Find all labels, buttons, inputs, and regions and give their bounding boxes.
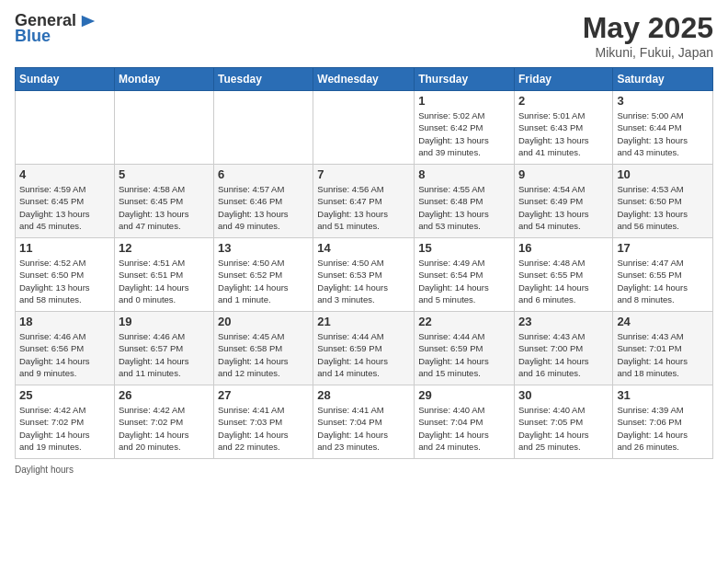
day-info: Sunrise: 4:44 AM Sunset: 6:59 PM Dayligh… bbox=[317, 330, 410, 379]
calendar-cell bbox=[313, 91, 415, 165]
calendar-cell: 18Sunrise: 4:46 AM Sunset: 6:56 PM Dayli… bbox=[16, 312, 115, 385]
calendar-cell: 11Sunrise: 4:52 AM Sunset: 6:50 PM Dayli… bbox=[16, 238, 115, 312]
footer: Daylight hours bbox=[15, 465, 713, 475]
day-info: Sunrise: 4:42 AM Sunset: 7:02 PM Dayligh… bbox=[19, 404, 110, 453]
calendar-cell: 15Sunrise: 4:49 AM Sunset: 6:54 PM Dayli… bbox=[415, 238, 515, 312]
day-number: 18 bbox=[19, 315, 110, 328]
calendar-cell: 31Sunrise: 4:39 AM Sunset: 7:06 PM Dayli… bbox=[613, 385, 713, 459]
calendar-cell: 23Sunrise: 4:43 AM Sunset: 7:00 PM Dayli… bbox=[514, 312, 612, 385]
day-info: Sunrise: 5:02 AM Sunset: 6:42 PM Dayligh… bbox=[418, 109, 510, 158]
daylight-label: Daylight hours bbox=[15, 465, 74, 475]
day-header-saturday: Saturday bbox=[613, 68, 713, 91]
logo-blue-text: Blue bbox=[15, 27, 51, 46]
day-number: 27 bbox=[218, 388, 309, 402]
day-info: Sunrise: 5:01 AM Sunset: 6:43 PM Dayligh… bbox=[518, 109, 609, 158]
calendar-cell: 6Sunrise: 4:57 AM Sunset: 6:46 PM Daylig… bbox=[214, 165, 313, 238]
day-number: 16 bbox=[518, 241, 609, 255]
day-number: 30 bbox=[518, 388, 609, 402]
calendar-cell: 20Sunrise: 4:45 AM Sunset: 6:58 PM Dayli… bbox=[214, 312, 313, 385]
day-info: Sunrise: 4:49 AM Sunset: 6:54 PM Dayligh… bbox=[418, 257, 510, 305]
day-number: 15 bbox=[418, 241, 510, 255]
day-info: Sunrise: 4:40 AM Sunset: 7:05 PM Dayligh… bbox=[518, 404, 609, 453]
day-header-row: SundayMondayTuesdayWednesdayThursdayFrid… bbox=[16, 68, 713, 91]
calendar-cell: 26Sunrise: 4:42 AM Sunset: 7:02 PM Dayli… bbox=[114, 385, 213, 459]
day-number: 12 bbox=[119, 241, 210, 255]
day-number: 6 bbox=[218, 167, 309, 181]
calendar-cell: 25Sunrise: 4:42 AM Sunset: 7:02 PM Dayli… bbox=[16, 385, 115, 459]
calendar-cell: 9Sunrise: 4:54 AM Sunset: 6:49 PM Daylig… bbox=[514, 165, 612, 238]
week-row-3: 11Sunrise: 4:52 AM Sunset: 6:50 PM Dayli… bbox=[16, 238, 713, 312]
page: General Blue May 2025 Mikuni, Fukui, Jap… bbox=[0, 0, 728, 563]
day-number: 14 bbox=[317, 241, 410, 255]
calendar-cell: 1Sunrise: 5:02 AM Sunset: 6:42 PM Daylig… bbox=[415, 91, 515, 165]
day-number: 28 bbox=[317, 388, 410, 402]
calendar-cell: 14Sunrise: 4:50 AM Sunset: 6:53 PM Dayli… bbox=[313, 238, 415, 312]
day-number: 25 bbox=[19, 388, 110, 402]
day-header-wednesday: Wednesday bbox=[313, 68, 415, 91]
day-number: 19 bbox=[119, 315, 210, 328]
calendar-cell: 5Sunrise: 4:58 AM Sunset: 6:45 PM Daylig… bbox=[114, 165, 213, 238]
calendar-cell: 24Sunrise: 4:43 AM Sunset: 7:01 PM Dayli… bbox=[613, 312, 713, 385]
calendar-cell: 13Sunrise: 4:50 AM Sunset: 6:52 PM Dayli… bbox=[214, 238, 313, 312]
day-header-monday: Monday bbox=[114, 68, 213, 91]
day-number: 24 bbox=[617, 315, 709, 328]
day-info: Sunrise: 4:50 AM Sunset: 6:53 PM Dayligh… bbox=[317, 257, 410, 305]
day-info: Sunrise: 4:46 AM Sunset: 6:57 PM Dayligh… bbox=[119, 330, 210, 379]
calendar-table: SundayMondayTuesdayWednesdayThursdayFrid… bbox=[15, 67, 713, 459]
day-info: Sunrise: 4:55 AM Sunset: 6:48 PM Dayligh… bbox=[418, 183, 510, 232]
day-info: Sunrise: 4:46 AM Sunset: 6:56 PM Dayligh… bbox=[19, 330, 110, 379]
week-row-4: 18Sunrise: 4:46 AM Sunset: 6:56 PM Dayli… bbox=[16, 312, 713, 385]
day-number: 2 bbox=[518, 94, 609, 108]
calendar-cell: 27Sunrise: 4:41 AM Sunset: 7:03 PM Dayli… bbox=[214, 385, 313, 459]
title-block: May 2025 Mikuni, Fukui, Japan bbox=[583, 11, 713, 60]
calendar-cell: 4Sunrise: 4:59 AM Sunset: 6:45 PM Daylig… bbox=[16, 165, 115, 238]
day-info: Sunrise: 4:41 AM Sunset: 7:04 PM Dayligh… bbox=[317, 404, 410, 453]
day-info: Sunrise: 4:40 AM Sunset: 7:04 PM Dayligh… bbox=[418, 404, 510, 453]
day-info: Sunrise: 4:58 AM Sunset: 6:45 PM Dayligh… bbox=[119, 183, 210, 232]
calendar-cell: 21Sunrise: 4:44 AM Sunset: 6:59 PM Dayli… bbox=[313, 312, 415, 385]
day-number: 26 bbox=[119, 388, 210, 402]
day-number: 20 bbox=[218, 315, 309, 328]
day-number: 8 bbox=[418, 167, 510, 181]
calendar-cell: 17Sunrise: 4:47 AM Sunset: 6:55 PM Dayli… bbox=[613, 238, 713, 312]
day-info: Sunrise: 4:43 AM Sunset: 7:01 PM Dayligh… bbox=[617, 330, 709, 379]
calendar-cell: 7Sunrise: 4:56 AM Sunset: 6:47 PM Daylig… bbox=[313, 165, 415, 238]
calendar-cell: 16Sunrise: 4:48 AM Sunset: 6:55 PM Dayli… bbox=[514, 238, 612, 312]
header: General Blue May 2025 Mikuni, Fukui, Jap… bbox=[15, 11, 713, 60]
day-info: Sunrise: 4:51 AM Sunset: 6:51 PM Dayligh… bbox=[119, 257, 210, 305]
week-row-5: 25Sunrise: 4:42 AM Sunset: 7:02 PM Dayli… bbox=[16, 385, 713, 459]
calendar-cell: 22Sunrise: 4:44 AM Sunset: 6:59 PM Dayli… bbox=[415, 312, 515, 385]
day-info: Sunrise: 4:43 AM Sunset: 7:00 PM Dayligh… bbox=[518, 330, 609, 379]
day-info: Sunrise: 4:39 AM Sunset: 7:06 PM Dayligh… bbox=[617, 404, 709, 453]
day-info: Sunrise: 4:41 AM Sunset: 7:03 PM Dayligh… bbox=[218, 404, 309, 453]
day-number: 22 bbox=[418, 315, 510, 328]
location-subtitle: Mikuni, Fukui, Japan bbox=[583, 45, 713, 60]
day-number: 23 bbox=[518, 315, 609, 328]
day-info: Sunrise: 4:53 AM Sunset: 6:50 PM Dayligh… bbox=[617, 183, 709, 232]
day-info: Sunrise: 4:56 AM Sunset: 6:47 PM Dayligh… bbox=[317, 183, 410, 232]
calendar-cell bbox=[16, 91, 115, 165]
day-number: 29 bbox=[418, 388, 510, 402]
week-row-1: 1Sunrise: 5:02 AM Sunset: 6:42 PM Daylig… bbox=[16, 91, 713, 165]
svg-marker-0 bbox=[82, 15, 95, 27]
calendar-cell: 29Sunrise: 4:40 AM Sunset: 7:04 PM Dayli… bbox=[415, 385, 515, 459]
logo: General Blue bbox=[15, 11, 97, 46]
day-info: Sunrise: 4:54 AM Sunset: 6:49 PM Dayligh… bbox=[518, 183, 609, 232]
day-info: Sunrise: 4:52 AM Sunset: 6:50 PM Dayligh… bbox=[19, 257, 110, 305]
day-info: Sunrise: 4:57 AM Sunset: 6:46 PM Dayligh… bbox=[218, 183, 309, 232]
day-number: 5 bbox=[119, 167, 210, 181]
day-header-friday: Friday bbox=[514, 68, 612, 91]
day-number: 11 bbox=[19, 241, 110, 255]
day-number: 21 bbox=[317, 315, 410, 328]
calendar-cell: 10Sunrise: 4:53 AM Sunset: 6:50 PM Dayli… bbox=[613, 165, 713, 238]
day-number: 17 bbox=[617, 241, 709, 255]
month-title: May 2025 bbox=[583, 11, 713, 45]
day-number: 7 bbox=[317, 167, 410, 181]
day-number: 31 bbox=[617, 388, 709, 402]
day-info: Sunrise: 4:45 AM Sunset: 6:58 PM Dayligh… bbox=[218, 330, 309, 379]
day-header-tuesday: Tuesday bbox=[214, 68, 313, 91]
calendar-cell bbox=[114, 91, 213, 165]
calendar-cell: 8Sunrise: 4:55 AM Sunset: 6:48 PM Daylig… bbox=[415, 165, 515, 238]
day-number: 1 bbox=[418, 94, 510, 108]
day-info: Sunrise: 4:48 AM Sunset: 6:55 PM Dayligh… bbox=[518, 257, 609, 305]
